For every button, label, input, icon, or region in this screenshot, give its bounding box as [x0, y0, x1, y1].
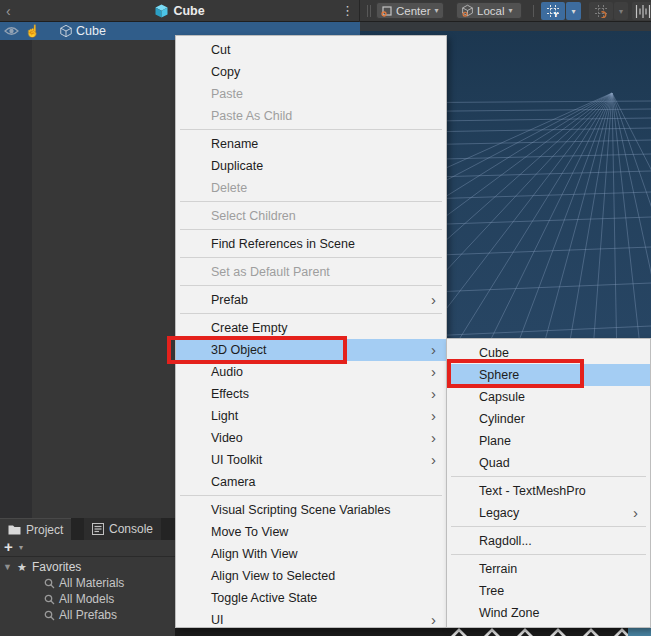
menu-item-effects[interactable]: Effects› [176, 383, 446, 405]
favorites-item-all-models[interactable]: All Models [44, 591, 114, 607]
add-asset-button[interactable]: + [4, 538, 13, 555]
menu-item-audio[interactable]: Audio› [176, 361, 446, 383]
favorites-label: Favorites [32, 560, 81, 574]
menu-item-light[interactable]: Light› [176, 405, 446, 427]
chevron-down-icon: ▾ [619, 7, 623, 16]
menu-item-label: Create Empty [211, 321, 436, 335]
grid-y-icon: Y [546, 4, 560, 18]
submenu-arrow-icon: › [633, 502, 638, 524]
favorites-item-all-materials[interactable]: All Materials [44, 575, 124, 591]
menu-item-label: Ragdoll... [479, 534, 638, 548]
menu-item-label: Paste [211, 87, 436, 101]
menu-item-legacy[interactable]: Legacy› [447, 502, 650, 524]
menu-item-label: Find References in Scene [211, 237, 436, 251]
toolbar-separator [370, 5, 371, 17]
menu-item-3d-object[interactable]: 3D Object› [176, 339, 446, 361]
menu-item-cube[interactable]: Cube [447, 342, 650, 364]
chevron-up-icon [483, 628, 501, 636]
menu-item-rename[interactable]: Rename [176, 133, 446, 155]
tab-console[interactable]: Console [84, 518, 161, 540]
menu-item-find-references-in-scene[interactable]: Find References in Scene [176, 233, 446, 255]
submenu-arrow-icon: › [431, 449, 436, 471]
console-icon [92, 523, 104, 535]
svg-text:Y: Y [553, 10, 559, 18]
menu-item-quad[interactable]: Quad [447, 452, 650, 474]
pickability-hand-icon[interactable]: ☝ [25, 23, 40, 39]
menu-item-sphere[interactable]: Sphere [447, 364, 650, 386]
menu-item-cut[interactable]: Cut [176, 39, 446, 61]
menu-item-paste[interactable]: Paste [176, 83, 446, 105]
visibility-eye-icon[interactable] [4, 26, 19, 36]
chevron-down-icon: ▾ [571, 7, 575, 16]
menu-item-create-empty[interactable]: Create Empty [176, 317, 446, 339]
menu-item-capsule[interactable]: Capsule [447, 386, 650, 408]
menu-item-ui[interactable]: UI› [176, 609, 446, 628]
menu-item-label: 3D Object [211, 343, 431, 357]
menu-item-ui-toolkit[interactable]: UI Toolkit› [176, 449, 446, 471]
menu-item-select-children[interactable]: Select Children [176, 205, 446, 227]
menu-separator [180, 313, 442, 314]
menu-separator [180, 495, 442, 496]
menu-item-terrain[interactable]: Terrain [447, 558, 650, 580]
menu-item-label: Set as Default Parent [211, 265, 436, 279]
toolbar-separator [367, 5, 368, 17]
orientation-mode-button[interactable]: Local ▾ [456, 2, 522, 19]
menu-separator [180, 229, 442, 230]
menu-item-label: Light [211, 409, 431, 423]
increment-snap-button[interactable] [589, 2, 613, 20]
pivot-mode-button[interactable]: Center ▾ [376, 2, 444, 19]
menu-item-cylinder[interactable]: Cylinder [447, 408, 650, 430]
grid-snapping-dropdown[interactable]: ▾ [566, 2, 581, 20]
ruler-icon [635, 5, 651, 18]
tab-console-label: Console [109, 522, 153, 536]
increment-snap-dropdown[interactable]: ▾ [614, 2, 628, 20]
foldout-triangle-icon[interactable]: ▼ [0, 562, 17, 572]
unity-editor-window: ☝ Cube ‹ Cube [0, 0, 651, 636]
menu-item-label: Plane [479, 434, 638, 448]
search-icon [44, 594, 55, 605]
favorites-item-all-prefabs[interactable]: All Prefabs [44, 607, 117, 623]
more-options-icon[interactable]: ⋮ [341, 1, 353, 21]
menu-item-duplicate[interactable]: Duplicate [176, 155, 446, 177]
grid-snapping-button[interactable]: Y [541, 2, 565, 20]
grid-magnet-icon [594, 4, 608, 18]
menu-item-label: Align With View [211, 547, 436, 561]
menu-item-plane[interactable]: Plane [447, 430, 650, 452]
menu-item-delete[interactable]: Delete [176, 177, 446, 199]
tab-project[interactable]: Project [0, 518, 71, 540]
menu-item-ragdoll[interactable]: Ragdoll... [447, 530, 650, 552]
menu-item-text-textmeshpro[interactable]: Text - TextMeshPro [447, 480, 650, 502]
menu-item-label: Wind Zone [479, 606, 638, 620]
folder-icon [8, 524, 21, 535]
menu-item-paste-as-child[interactable]: Paste As Child [176, 105, 446, 127]
chevron-up-icon [582, 628, 600, 636]
menu-item-label: Move To View [211, 525, 436, 539]
cube-object-icon [59, 24, 73, 38]
menu-item-align-view-to-selected[interactable]: Align View to Selected [176, 565, 446, 587]
menu-item-label: Tree [479, 584, 638, 598]
title-bar: ‹ Cube ⋮ Center ▾ [0, 0, 651, 22]
snap-increment-ruler-button[interactable] [632, 2, 651, 20]
menu-item-toggle-active-state[interactable]: Toggle Active State [176, 587, 446, 609]
favorites-row[interactable]: ▼ ★ Favorites [0, 559, 81, 575]
scene-view-top-strip [360, 22, 651, 31]
menu-item-align-with-view[interactable]: Align With View [176, 543, 446, 565]
menu-item-move-to-view[interactable]: Move To View [176, 521, 446, 543]
menu-item-camera[interactable]: Camera [176, 471, 446, 493]
menu-item-visual-scripting-scene-variables[interactable]: Visual Scripting Scene Variables [176, 499, 446, 521]
menu-item-copy[interactable]: Copy [176, 61, 446, 83]
search-icon [44, 610, 55, 621]
submenu-arrow-icon: › [431, 289, 436, 311]
chevron-up-icon [516, 628, 534, 636]
menu-item-set-as-default-parent[interactable]: Set as Default Parent [176, 261, 446, 283]
menu-separator [451, 554, 646, 555]
menu-item-tree[interactable]: Tree [447, 580, 650, 602]
panel-divider [359, 0, 360, 22]
chevron-down-icon[interactable]: ▾ [19, 543, 23, 552]
menu-item-video[interactable]: Video› [176, 427, 446, 449]
menu-item-label: Rename [211, 137, 436, 151]
menu-item-prefab[interactable]: Prefab› [176, 289, 446, 311]
submenu-arrow-icon: › [431, 405, 436, 427]
title-cube-icon [155, 4, 168, 18]
menu-item-wind-zone[interactable]: Wind Zone [447, 602, 650, 624]
